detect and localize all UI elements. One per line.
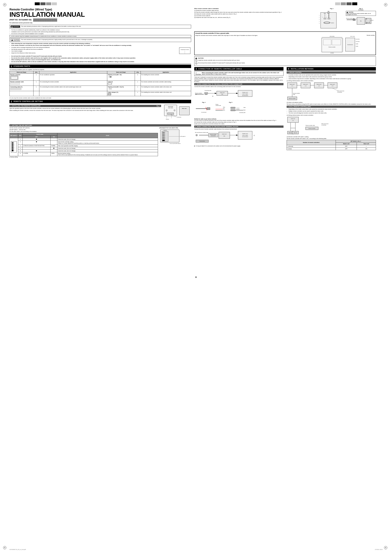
caution-bold-bullet-2: If the remote controller is not well set…: [11, 45, 191, 46]
svg-rect-71: [353, 19, 355, 21]
svg-text:Red: Red: [223, 108, 224, 109]
parts-name1-4: [10, 91, 34, 96]
parts-name2-3: Tapping screw (M4 × 14) (*1): [107, 86, 135, 91]
terminal-warning: ※ It may be failed if it is connected to…: [194, 145, 283, 147]
warning-bullet-3: Do not turn on the power until all insta…: [11, 33, 191, 35]
parts-th-qty2: Q'ty: [135, 71, 140, 73]
section3-caution-icon: ⚠ CAUTION: [195, 72, 201, 75]
dip-detail-4: Cannot be used. (Do not change): [57, 147, 158, 150]
svg-text:Indoor unit 1: Indoor unit 1: [303, 84, 308, 85]
wiring-label: (1) Wiring method (indoor unit to remote…: [287, 80, 376, 82]
dual-th-switch: DIP Switch 1-No. 2: [336, 140, 376, 142]
svg-rect-24: [12, 147, 14, 148]
parts-row-3: Connecting cable (*1) 1 For connecting t…: [10, 86, 191, 91]
dip-on-2: [50, 140, 57, 145]
color-bar-top-right: [335, 2, 357, 5]
dual-th-slave: Slave unit: [357, 142, 376, 145]
section3-header: 3 CONNECTION OF REMOTE CONTROLLER CABLE: [194, 67, 283, 70]
group-bullet-3: Some functions may become unusable, depe…: [288, 78, 376, 80]
svg-text:16 [5/8]: 16 [5/8]: [356, 44, 358, 44]
svg-rect-26: [12, 150, 14, 151]
install-text1: Open the operation panel on the front of…: [9, 108, 161, 109]
warning-bullets: For the air conditioner to operate satis…: [9, 29, 191, 35]
section3-caution-text: When connecting the remote controller ca…: [202, 72, 282, 75]
dip-detail-1: Cannot be used. (Do not change): [57, 138, 158, 140]
svg-text:Temperature sensor: Temperature sensor: [181, 49, 189, 50]
caution-bullet-2: Not directly exposed to the outlet air f…: [11, 49, 177, 50]
svg-rect-147: [219, 132, 230, 138]
dip-th-off: OFF: [22, 135, 50, 138]
section1-title: STANDARD PARTS: [14, 65, 30, 67]
svg-text:Connecting cable: Connecting cable: [204, 90, 211, 91]
svg-text:When ground wire: When ground wire: [337, 90, 344, 91]
parts-th-name2: Name and Shape: [107, 71, 135, 73]
fig1-svg: Front case (back side) Rear case Screws …: [163, 104, 191, 123]
svg-text:Slave unit: Slave unit: [294, 132, 297, 133]
dip-row-5: 5 Cannot be used. (Do not change): [10, 150, 158, 152]
parts-qty1-3: 1: [33, 86, 39, 91]
caution-sub-area: A location with an average temperature f…: [9, 47, 191, 55]
dual-slave-1: —: [357, 145, 376, 147]
fig3-area: Fig. 3 [Example] CAUTION When connecting…: [346, 8, 376, 30]
dual-master-2: OFF: [336, 147, 357, 150]
parts-name2-1: Tapping screw (M4 × 16): [107, 73, 135, 81]
caution-num-2: 2: [195, 62, 197, 64]
svg-marker-106: [215, 93, 217, 94]
warning-label-text: WARNING: [13, 26, 19, 27]
svg-text:Connector: Connector: [177, 117, 181, 118]
terminal-block-diagram: M4 screw Remote controller cable Remote …: [194, 130, 267, 145]
caution-main-label: CAUTION: [11, 39, 20, 41]
section1-intro: The following installation parts are sup…: [9, 69, 191, 70]
caution-text-1: Install the remote controller wires so a…: [198, 60, 240, 62]
caution-connect-label: CAUTION: [349, 12, 353, 13]
svg-rect-21: [12, 142, 14, 143]
customer-notice: • Let the customer keep this installatio…: [9, 35, 191, 37]
ground-wrap-text: Wrap the connector and remote controller…: [195, 35, 319, 54]
svg-text:Remote controller: Remote controller: [293, 93, 300, 94]
dip-text1: Set the remote controller DIP switches.: [9, 127, 158, 129]
dip-example-svg: OFF ON 1 2 3 4 5 6 DIP switch: [160, 129, 189, 148]
svg-text:power supply: power supply: [242, 93, 248, 94]
svg-rect-23: [12, 145, 14, 146]
svg-text:Front case: Front case: [168, 106, 173, 107]
svg-text:Rear case: Rear case: [367, 22, 370, 23]
svg-text:1: 1: [319, 15, 320, 16]
fig2-area: Fig. 2 Hole 1 2 White Black: [319, 8, 344, 30]
dip-row-1: 1 2 3 4 5 6 1 Cannot: [10, 138, 158, 140]
svg-text:Remote controller cable: Remote controller cable: [199, 132, 208, 133]
svg-text:1: 1: [322, 17, 323, 18]
caution-bullets-bold: When detecting the room temperature usin…: [9, 43, 191, 46]
fig1-diagram: Front case (back side) Rear case Screws …: [163, 104, 191, 123]
title-section: Remote Controller (Wired Type) INSTALLAT…: [9, 8, 191, 23]
dip-detail-6: Memory backup setting*Set to ON to use b…: [57, 152, 158, 156]
color-bar-top-left: [35, 2, 57, 5]
dip-setting: (2) Remote controller DIP switch 1 setti…: [287, 136, 376, 138]
dual-count-1: 1 (Normal): [287, 145, 336, 147]
numbered-caution-1: 1 Install the remote controller wires so…: [195, 60, 375, 62]
warning-bullet-2: Installation work must be performed in a…: [11, 31, 191, 33]
dip-th-switch: DIP switch 1: [10, 133, 18, 138]
caution-bullet-3: Out of direct sunlight.: [11, 50, 177, 52]
caution-bullet-1: A location with an average temperature f…: [11, 47, 177, 48]
fig3-svg: Remote controller cable Connector Box Re…: [346, 16, 374, 28]
svg-text:1 2 3: 1 2 3: [292, 120, 294, 121]
parts-app1-4: [39, 91, 107, 96]
install-text-area: 1. INSTALLING THE REMOTE CONTROLLER Fig.…: [9, 104, 161, 123]
svg-text:Indoor unit 2: Indoor unit 2: [317, 84, 322, 85]
dip-no-6: 6: [18, 152, 23, 156]
dip-no-1: 1: [18, 138, 23, 140]
dual-row-1: 1 (Normal) OFF —: [287, 145, 376, 147]
svg-text:16 [5/8]: 16 [5/8]: [356, 46, 358, 47]
title-line2: INSTALLATION MANUAL: [9, 11, 191, 18]
dual-th-master: Master unit: [336, 142, 357, 145]
svg-rect-55: [328, 18, 330, 19]
ground-dim-svg: 125 [4-15/16] 152 [6] 16/18[5/8] Remote …: [321, 35, 365, 54]
embed-step1: (1) Embed the remote controller cable an…: [194, 10, 317, 11]
section3-area: 3 CONNECTION OF REMOTE CONTROLLER CABLE …: [194, 67, 283, 150]
svg-text:Outdoor unit /: Outdoor unit /: [242, 133, 248, 134]
dip-text4: Set the remote controller DIP switch 1-N…: [287, 138, 376, 139]
svg-text:White: White: [223, 107, 225, 108]
dip-on-3: Invalidity: [50, 145, 57, 147]
svg-text:PCB: PCB: [224, 136, 225, 137]
svg-marker-111: [236, 93, 238, 94]
